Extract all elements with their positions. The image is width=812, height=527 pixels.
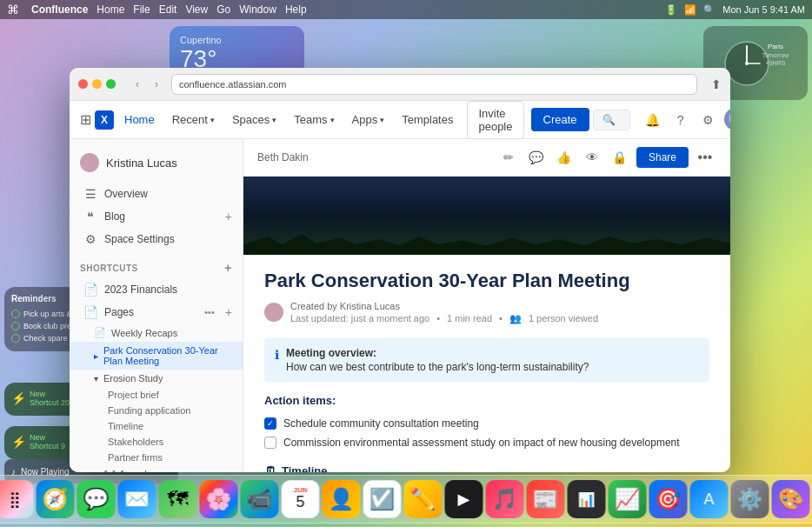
sidebar-username: Kristina Lucas <box>106 157 177 170</box>
menubar-datetime: Mon Jun 5 9:41 AM <box>722 4 805 15</box>
dock-maps[interactable]: 🗺 <box>159 480 197 518</box>
nav-spaces[interactable]: Spaces ▾ <box>225 108 283 131</box>
comment-icon[interactable]: 💬 <box>525 146 548 169</box>
dock-music[interactable]: 🎵 <box>486 480 524 518</box>
sidebar-item-park-conservation[interactable]: ▸ Park Conservation 30-Year Plan Meeting <box>70 342 243 370</box>
sidebar-user: Kristina Lucas <box>70 146 243 179</box>
sidebar-item-erosion-study[interactable]: ▾ Erosion Study <box>70 370 243 387</box>
pages-add-icon[interactable]: + <box>225 305 232 319</box>
apple-menu[interactable]: ⌘ <box>7 3 19 17</box>
sidebar-item-partner-firms[interactable]: Partner firms <box>70 450 243 465</box>
nav-icon-group: 🔔 ? ⚙ KL <box>641 108 730 132</box>
dock-mail[interactable]: ✉️ <box>118 480 156 518</box>
back-button[interactable]: ‹ <box>130 77 145 92</box>
viewers: 1 person viewed <box>529 313 598 324</box>
sidebar-item-stakeholders[interactable]: Stakeholders <box>70 434 243 450</box>
help-icon[interactable]: ? <box>669 108 693 132</box>
browser-window: ‹ › confluence.atlassian.com ⬆ ⊞ X Home … <box>70 68 730 472</box>
reminder-circle-3 <box>11 334 20 343</box>
sidebar-item-overview[interactable]: ☰ Overview <box>70 183 243 205</box>
settings-icon[interactable]: ⚙ <box>696 108 721 132</box>
dock-photos[interactable]: 🌸 <box>200 480 238 518</box>
wifi-icon: 📶 <box>684 4 696 16</box>
dock-facetime[interactable]: 📹 <box>241 480 279 518</box>
address-bar[interactable]: confluence.atlassian.com <box>171 74 697 95</box>
dock-contacts[interactable]: 👤 <box>323 480 361 518</box>
checkbox-2[interactable] <box>264 437 276 449</box>
search-box[interactable]: 🔍 <box>593 110 630 130</box>
menubar-left: ⌘ Confluence Home File Edit View Go Wind… <box>7 3 307 17</box>
minimize-button[interactable] <box>92 79 102 89</box>
sidebar-item-settings[interactable]: ⚙ Space Settings <box>70 228 243 250</box>
meeting-overview-body: How can we best contribute to the park's… <box>286 361 589 373</box>
reminder-circle-2 <box>11 322 20 330</box>
search-menubar-icon[interactable]: 🔍 <box>703 4 715 16</box>
pages-more-icon[interactable]: ••• <box>204 307 215 317</box>
blog-add-icon[interactable]: + <box>225 210 232 223</box>
nav-home[interactable]: Home <box>117 108 162 131</box>
sidebar-item-financials[interactable]: 📄 2023 Financials <box>70 278 243 301</box>
restrict-icon[interactable]: 🔒 <box>609 146 631 169</box>
dock-istat[interactable]: 📊 <box>568 480 606 518</box>
edit-icon[interactable]: ✏ <box>497 146 520 169</box>
apps-chevron: ▾ <box>380 116 384 124</box>
sidebar-item-pages[interactable]: 📄 Pages ••• + <box>70 301 243 324</box>
forward-button[interactable]: › <box>149 77 164 92</box>
dock-news[interactable]: 📰 <box>527 480 565 518</box>
dock-safari[interactable]: 🧭 <box>37 480 75 518</box>
dock-freeform[interactable]: ✏️ <box>404 480 443 518</box>
dock-messages[interactable]: 💬 <box>77 480 116 518</box>
main-content: Kristina Lucas ☰ Overview ❝ Blog + ⚙ Spa… <box>70 139 730 472</box>
dock-appletv[interactable]: ▶ <box>445 480 483 518</box>
shortcuts-add-icon[interactable]: + <box>224 261 232 275</box>
author-avatar <box>264 303 283 322</box>
dock-numbers[interactable]: 📈 <box>609 480 647 518</box>
checkbox-1[interactable]: ✓ <box>264 417 276 430</box>
url-display: confluence.atlassian.com <box>179 79 287 90</box>
dock-appstore[interactable]: A <box>690 480 729 518</box>
pages-icon: 📄 <box>83 305 97 319</box>
dock-settings[interactable]: ⚙️ <box>731 480 769 518</box>
sidebar-item-weekly-recaps[interactable]: 📄 Weekly Recaps <box>70 324 243 342</box>
sidebar-item-blog[interactable]: ❝ Blog + <box>70 205 243 228</box>
nav-apps[interactable]: Apps ▾ <box>345 108 392 131</box>
nav-teams[interactable]: Teams ▾ <box>287 108 341 131</box>
create-button[interactable]: Create <box>531 108 589 131</box>
shortcuts-label: SHORTCUTS <box>80 264 138 273</box>
read-time: 1 min read <box>447 313 492 324</box>
maximize-button[interactable] <box>106 79 116 89</box>
created-by: Created by Kristina Lucas <box>290 301 598 311</box>
sidebar-item-timeline[interactable]: Timeline <box>70 418 243 434</box>
active-app: Confluence <box>31 3 88 16</box>
dock-reminders[interactable]: ☑️ <box>363 480 402 518</box>
dock-artstudio[interactable]: 🎨 <box>772 480 810 518</box>
close-button[interactable] <box>78 79 88 89</box>
nav-recent[interactable]: Recent ▾ <box>165 108 222 131</box>
like-icon[interactable]: 👍 <box>553 146 576 169</box>
notifications-icon[interactable]: 🔔 <box>641 108 665 132</box>
watch-icon[interactable]: 👁 <box>581 146 603 169</box>
sidebar-item-funding[interactable]: Funding application <box>70 403 243 418</box>
dock-calendar[interactable]: JUN 5 <box>282 480 320 518</box>
menu-file[interactable]: Home <box>97 3 124 16</box>
timeline-title: Timeline <box>282 464 328 472</box>
sidebar-item-one-on-ones[interactable]: ▾ 1:1 Agendas <box>70 465 243 472</box>
more-options-button[interactable]: ••• <box>694 146 716 169</box>
nav-templates[interactable]: Templates <box>395 108 460 131</box>
user-avatar[interactable]: KL <box>724 108 730 130</box>
dock-keynote[interactable]: 🎯 <box>649 480 688 518</box>
confluence-logo: X <box>95 110 114 130</box>
sidebar-weekly-recaps-label: Weekly Recaps <box>111 328 177 338</box>
reminder-item-2: Book club pre <box>11 320 76 332</box>
share-button[interactable]: Share <box>636 147 689 168</box>
sidebar-pages-label: Pages <box>104 306 197 318</box>
page-title: Park Conservation 30-Year Plan Meeting <box>264 269 709 294</box>
sidebar-settings-label: Space Settings <box>104 233 232 245</box>
dock: 🔍 ⣿ 🧭 💬 ✉️ 🗺 🌸 📹 JUN 5 👤 ☑️ ✏️ ▶ 🎵 📰 📊 📈… <box>0 475 812 524</box>
sidebar-item-project-brief[interactable]: Project brief <box>70 387 243 403</box>
invite-people-button[interactable]: Invite people <box>467 101 523 139</box>
traffic-lights <box>78 79 116 89</box>
dock-launchpad[interactable]: ⣿ <box>0 480 34 518</box>
browser-share-icon[interactable]: ⬆ <box>711 77 722 91</box>
grid-icon[interactable]: ⊞ <box>80 108 91 132</box>
